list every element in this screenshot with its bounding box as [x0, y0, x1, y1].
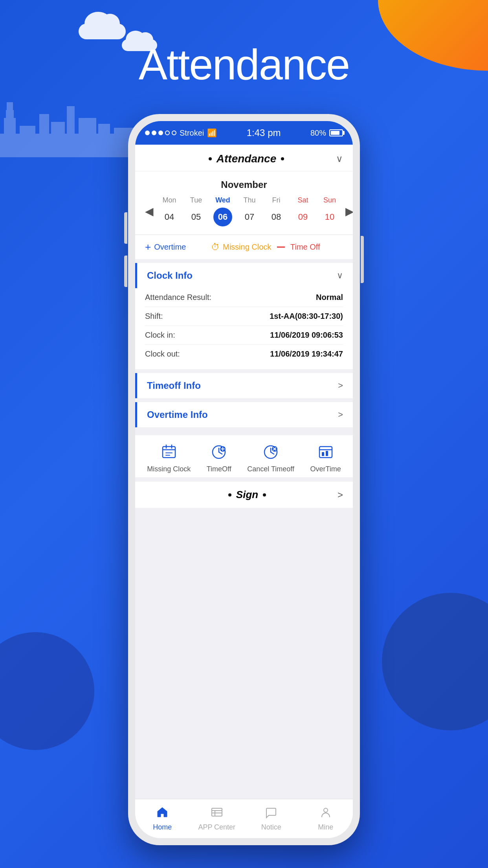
signal-dot-4: [165, 131, 170, 135]
cards-section: Clock Info ∨ Attendance Result: Normal S…: [135, 259, 353, 435]
volume-up-button: [124, 212, 127, 244]
overtime-info-title: Overtime Info: [147, 409, 208, 420]
calendar-next-button[interactable]: ▶: [341, 203, 353, 220]
home-icon: [156, 806, 169, 821]
calendar-day-09[interactable]: Sat09: [291, 196, 315, 226]
signal-dot-2: [152, 131, 156, 135]
timeoff-btn[interactable]: TimeOff: [207, 442, 231, 473]
cancel-timeoff-btn-icon: [261, 442, 281, 462]
overtime-label: Overtime: [154, 243, 186, 252]
header-title-text: Attendance: [216, 153, 276, 165]
calendar-week: ◀ Mon04Tue05Wed06Thu07Fri08Sat09Sun10 ▶: [141, 196, 347, 226]
mine-label: Mine: [318, 823, 333, 831]
mine-icon: [319, 806, 332, 821]
notice-label: Notice: [261, 823, 281, 831]
timeoff-btn-label: TimeOff: [207, 465, 231, 473]
day-name-10: Sun: [323, 196, 336, 204]
timeoff-info-title: Timeoff Info: [147, 380, 201, 391]
clock-out-label: Clock out:: [145, 349, 180, 359]
app-content: Attendance ∨ November ◀ Mon04Tue05Wed06T…: [135, 145, 353, 838]
header-title-container: Attendance: [209, 153, 284, 165]
sign-title-container: Sign: [228, 489, 266, 501]
nav-item-home[interactable]: Home: [135, 806, 190, 831]
quick-actions-bar: + Overtime ⏱ Missing Clock Time Off: [135, 235, 353, 259]
calendar-day-04[interactable]: Mon04: [158, 196, 181, 226]
day-num-07: 07: [240, 208, 259, 226]
nav-item-appcenter[interactable]: APP Center: [190, 806, 244, 831]
clock-info-card: Clock Info ∨ Attendance Result: Normal S…: [135, 263, 353, 369]
clock-in-value: 11/06/2019 09:06:53: [270, 331, 343, 340]
quick-action-overtime[interactable]: + Overtime: [145, 241, 211, 253]
notice-icon: [265, 806, 277, 821]
calendar-day-10[interactable]: Sun10: [318, 196, 341, 226]
cancel-timeoff-btn-label: Cancel Timeoff: [247, 465, 294, 473]
calendar-prev-button[interactable]: ◀: [141, 203, 158, 220]
phone-screen: Strokei 📶 1:43 pm 80% Attendance: [135, 121, 353, 838]
quick-action-missing-clock[interactable]: ⏱ Missing Clock: [211, 242, 277, 252]
home-label: Home: [153, 823, 172, 831]
timeoff-dash-icon: [277, 246, 285, 248]
cloud-1: [79, 24, 126, 39]
sign-title-text: Sign: [236, 489, 258, 501]
svg-line-30: [271, 452, 274, 454]
overtime-btn[interactable]: OverTime: [310, 442, 341, 473]
shift-row: Shift: 1st-AA(08:30-17:30): [145, 307, 343, 326]
overtime-info-expand-icon[interactable]: >: [338, 410, 343, 420]
calendar-day-06[interactable]: Wed06: [211, 196, 235, 226]
phone-frame: Strokei 📶 1:43 pm 80% Attendance: [128, 114, 360, 845]
svg-rect-16: [163, 447, 175, 458]
day-num-05: 05: [187, 208, 205, 226]
app-title: Attendance: [0, 39, 488, 89]
signal-dots: [145, 131, 176, 135]
calendar-section: November ◀ Mon04Tue05Wed06Thu07Fri08Sat0…: [135, 171, 353, 234]
clock-info-header[interactable]: Clock Info ∨: [135, 263, 353, 288]
overtime-info-card: Overtime Info >: [135, 402, 353, 427]
status-time: 1:43 pm: [247, 127, 281, 138]
day-num-09: 09: [294, 208, 312, 226]
app-header: Attendance ∨: [135, 145, 353, 171]
status-right: 80%: [310, 129, 343, 138]
quick-action-timeoff[interactable]: Time Off: [277, 243, 343, 252]
shift-label: Shift:: [145, 312, 163, 321]
overtime-info-header[interactable]: Overtime Info >: [135, 402, 353, 427]
wifi-icon: 📶: [207, 128, 217, 138]
missing-clock-btn-icon: [159, 442, 179, 462]
clock-info-title: Clock Info: [147, 270, 193, 281]
bottom-navigation: Home APP Center: [135, 799, 353, 838]
attendance-result-label: Attendance Result:: [145, 293, 211, 302]
svg-rect-5: [39, 114, 49, 157]
calendar-month: November: [141, 179, 347, 190]
timeoff-info-header[interactable]: Timeoff Info >: [135, 373, 353, 398]
svg-rect-4: [20, 126, 35, 157]
clock-info-body: Attendance Result: Normal Shift: 1st-AA(…: [135, 288, 353, 369]
quick-buttons-section: Missing Clock TimeOff: [135, 435, 353, 477]
calendar-days: Mon04Tue05Wed06Thu07Fri08Sat09Sun10: [158, 196, 341, 226]
cancel-timeoff-btn[interactable]: Cancel Timeoff: [247, 442, 294, 473]
svg-point-43: [324, 808, 328, 812]
day-name-05: Tue: [190, 196, 202, 204]
sign-section[interactable]: Sign >: [135, 481, 353, 508]
overtime-btn-label: OverTime: [310, 465, 341, 473]
timeoff-info-expand-icon[interactable]: >: [338, 381, 343, 391]
clock-in-row: Clock in: 11/06/2019 09:06:53: [145, 326, 343, 345]
calendar-day-07[interactable]: Thu07: [238, 196, 261, 226]
status-bar: Strokei 📶 1:43 pm 80%: [135, 121, 353, 145]
calendar-day-08[interactable]: Fri08: [264, 196, 288, 226]
svg-rect-36: [322, 452, 324, 456]
header-chevron-icon[interactable]: ∨: [336, 153, 343, 164]
svg-line-24: [219, 452, 222, 454]
sign-dot-left: [228, 493, 231, 497]
svg-rect-7: [67, 106, 75, 157]
day-name-08: Fri: [272, 196, 281, 204]
svg-rect-6: [51, 122, 65, 157]
sign-arrow-icon[interactable]: >: [338, 489, 343, 500]
nav-item-notice[interactable]: Notice: [244, 806, 299, 831]
missing-clock-btn[interactable]: Missing Clock: [147, 442, 191, 473]
power-button: [361, 236, 364, 283]
clock-info-expand-icon[interactable]: ∨: [337, 270, 343, 281]
battery-fill: [331, 131, 339, 135]
battery-percentage: 80%: [310, 129, 326, 138]
nav-item-mine[interactable]: Mine: [299, 806, 353, 831]
clock-in-label: Clock in:: [145, 331, 175, 340]
calendar-day-05[interactable]: Tue05: [184, 196, 208, 226]
